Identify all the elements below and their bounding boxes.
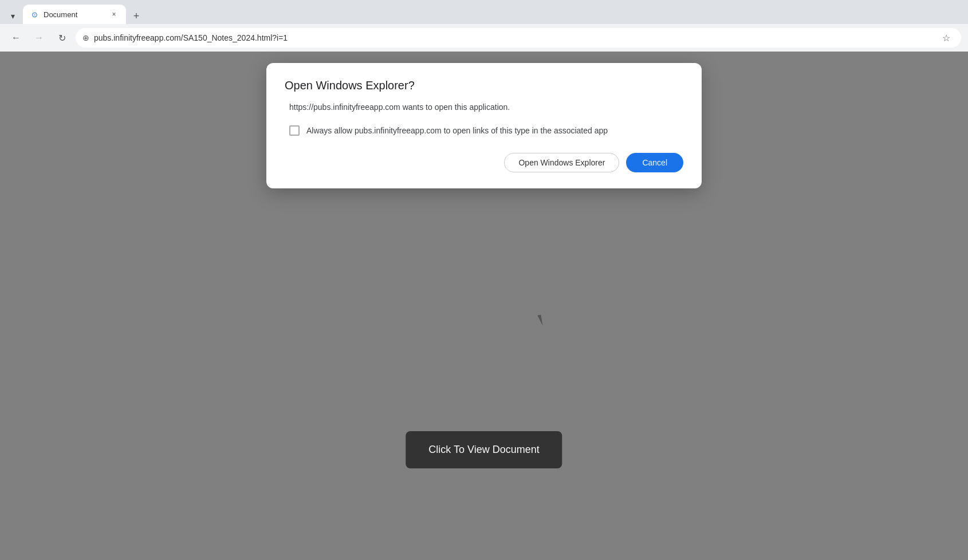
always-allow-checkbox[interactable] <box>289 125 300 136</box>
dialog-body: https://pubs.infinityfreeapp.com wants t… <box>285 101 683 172</box>
tab-close-button[interactable]: × <box>109 9 119 19</box>
page-content: Open Windows Explorer? https://pubs.infi… <box>0 52 968 560</box>
view-document-button[interactable]: Click To View Document <box>406 431 562 468</box>
always-allow-label: Always allow pubs.infinityfreeapp.com to… <box>306 125 608 137</box>
tab-list-button[interactable]: ▾ <box>5 8 21 24</box>
open-windows-explorer-dialog: Open Windows Explorer? https://pubs.infi… <box>266 63 702 188</box>
back-button[interactable]: ← <box>7 29 25 47</box>
dialog-message: https://pubs.infinityfreeapp.com wants t… <box>289 101 683 113</box>
new-tab-button[interactable]: + <box>128 8 144 24</box>
forward-button[interactable]: → <box>30 29 48 47</box>
dialog-title: Open Windows Explorer? <box>285 79 683 92</box>
tab-title: Document <box>44 10 104 19</box>
tab-favicon-icon: ⊙ <box>30 10 39 19</box>
active-tab[interactable]: ⊙ Document × <box>23 5 126 24</box>
address-input[interactable] <box>94 33 934 42</box>
site-info-icon[interactable]: ⊕ <box>82 33 89 42</box>
dialog-overlay: Open Windows Explorer? https://pubs.infi… <box>0 52 968 560</box>
always-allow-row: Always allow pubs.infinityfreeapp.com to… <box>289 125 683 137</box>
address-bar[interactable]: ⊕ ☆ <box>76 28 961 48</box>
reload-button[interactable]: ↻ <box>53 29 71 47</box>
bookmark-button[interactable]: ☆ <box>938 30 954 46</box>
navigation-bar: ← → ↻ ⊕ ☆ <box>0 24 968 52</box>
open-windows-explorer-button[interactable]: Open Windows Explorer <box>504 153 619 172</box>
cancel-button[interactable]: Cancel <box>626 153 683 172</box>
dialog-actions: Open Windows Explorer Cancel <box>289 153 683 172</box>
browser-chrome: ▾ ⊙ Document × + ← → ↻ ⊕ ☆ <box>0 0 968 52</box>
tab-bar: ▾ ⊙ Document × + <box>0 0 968 24</box>
